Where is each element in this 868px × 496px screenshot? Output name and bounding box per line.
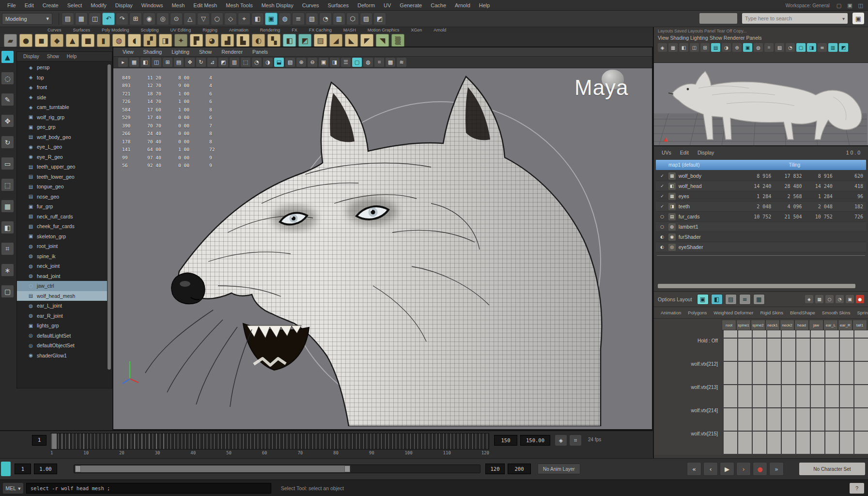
outliner-item[interactable]: ◍ root_joint	[17, 241, 107, 251]
toolbox-icon[interactable]: ⬚	[1, 178, 14, 191]
shelf-tool-icon[interactable]: ▒	[391, 34, 404, 47]
shelf-tool-icon[interactable]: ◕	[205, 34, 218, 47]
viewport-toggle-icon[interactable]: ◑	[263, 58, 273, 67]
editor-mode-button[interactable]: ▤	[725, 294, 737, 305]
panel-toggle-icon[interactable]: ⊞	[700, 43, 710, 52]
chevron-down-icon[interactable]: ▾	[842, 16, 845, 21]
shelf-tool-icon[interactable]: ◢	[329, 34, 342, 47]
shelf-tool-icon[interactable]: ▰	[4, 34, 17, 47]
panel-toggle-icon[interactable]: ◩	[839, 43, 848, 52]
panel-toggle-icon[interactable]: ▦	[668, 43, 678, 52]
model-preview-viewport[interactable]: ▲	[654, 63, 868, 146]
panel-toggle-icon[interactable]: ⊕	[732, 43, 742, 52]
shelf-tool-icon[interactable]: ◣	[345, 34, 358, 47]
outliner-item[interactable]: ▣ geo_grp	[17, 122, 107, 132]
outliner-item[interactable]: ◍ neck_joint	[17, 261, 107, 271]
shelf-tab[interactable]: Rigging	[198, 27, 222, 33]
status-tool-icon[interactable]: ◍	[279, 13, 291, 25]
outliner-item[interactable]: ◈ side	[17, 93, 107, 103]
shelf-tool-icon[interactable]: ◖	[128, 34, 141, 47]
editor-option-icon[interactable]: ▣	[846, 295, 854, 303]
toolbox-icon[interactable]: ∗	[1, 264, 14, 277]
toolbox-icon[interactable]: ✥	[1, 114, 14, 127]
table-row[interactable]: ○ ◍ lambert1	[656, 222, 866, 232]
outliner-item[interactable]: ◈ persp	[17, 62, 107, 73]
menu-item[interactable]: Edit	[20, 0, 38, 11]
help-button[interactable]: ?	[850, 483, 864, 494]
toolbar-menus[interactable]: Options Layout	[658, 296, 692, 302]
character-set-button[interactable]: No Character Set	[799, 463, 865, 475]
panel-toggle-icon[interactable]: ▧	[775, 43, 784, 52]
viewport-toggle-icon[interactable]: ◔	[252, 58, 262, 67]
status-tool-icon[interactable]: ◫	[89, 13, 101, 25]
menu-item[interactable]: Mesh Tools	[221, 0, 257, 11]
viewport-toggle-icon[interactable]: ◍	[363, 58, 373, 67]
editor-option-icon[interactable]: ◈	[805, 295, 813, 303]
shelf-tool-icon[interactable]: ✦	[174, 34, 187, 47]
snapshot-button[interactable]	[699, 13, 737, 24]
current-character-field[interactable]	[32, 435, 46, 446]
menu-item[interactable]: Display	[111, 0, 137, 11]
status-tool-icon[interactable]: ▽	[197, 13, 210, 25]
status-tool-icon[interactable]: ▤	[62, 13, 74, 25]
viewport-toggle-icon[interactable]: ⊕	[296, 58, 306, 67]
viewport-toggle-icon[interactable]: ▸	[118, 58, 128, 67]
shelf-tool-icon[interactable]: ■	[81, 34, 94, 47]
panel-toggle-icon[interactable]: ◈	[658, 43, 667, 52]
menu-item[interactable]: Deform	[353, 0, 379, 11]
playback-option-icon[interactable]: ◈	[555, 435, 567, 446]
outliner-item[interactable]: ◎ defaultLightSet	[17, 331, 107, 341]
viewport-toggle-icon[interactable]: ↻	[196, 58, 206, 67]
shelf-tool-icon[interactable]: ▙	[236, 34, 249, 47]
joint-column-header[interactable]: jaw	[809, 320, 823, 330]
transport-button[interactable]: ‹	[703, 462, 718, 476]
status-tool-icon[interactable]: ↷	[116, 13, 128, 25]
outliner-menu-item[interactable]: Display	[20, 52, 43, 61]
joint-column-header[interactable]: ear_R	[838, 320, 852, 330]
viewport-toggle-icon[interactable]: ⬓	[274, 58, 284, 67]
editor-mode-button[interactable]: ▦	[753, 294, 765, 305]
outliner-item[interactable]: ▣ wolf_rig_grp	[17, 112, 107, 123]
status-tool-icon[interactable]: ◎	[156, 13, 169, 25]
joint-column-header[interactable]: neck1	[765, 320, 780, 330]
shelf-tab[interactable]: Surfaces	[68, 27, 95, 33]
panel-toggle-icon[interactable]: ▥	[828, 43, 837, 52]
menu-item[interactable]: Windows	[137, 0, 168, 11]
editor-mode-button[interactable]: ◧	[711, 294, 723, 305]
editor-mode-button[interactable]: ≡	[739, 294, 751, 305]
status-tool-icon[interactable]: ◩	[373, 13, 386, 25]
perspective-viewport[interactable]: ViewShadingLightingShowRendererPanels ▸▦…	[112, 46, 653, 430]
shelf-tool-icon[interactable]: ◧	[283, 34, 296, 47]
shelf-tab[interactable]: MASH	[339, 27, 361, 33]
viewport-menu-item[interactable]: Panels	[248, 47, 272, 56]
viewport-toggle-icon[interactable]: ✥	[185, 58, 195, 67]
shelf-tab[interactable]: FX	[287, 27, 302, 33]
lock-icon[interactable]: ●	[856, 295, 864, 303]
toolbox-icon[interactable]: ▲	[1, 50, 14, 63]
status-tool-icon[interactable]: ⬡	[346, 13, 359, 25]
viewport-toggle-icon[interactable]: ▥	[230, 58, 239, 67]
transport-button[interactable]: ●	[753, 462, 767, 476]
viewport-toggle-icon[interactable]: ⊿	[207, 58, 217, 67]
panel-toggle-icon[interactable]: ◔	[786, 43, 795, 52]
table-row[interactable]: ✓ ◧ wolf_head 14 240 28 480 14 240 418	[656, 181, 866, 191]
transport-button[interactable]: »	[769, 462, 784, 476]
toolbox-icon[interactable]: ◌	[1, 72, 14, 85]
editor-option-icon[interactable]: ▦	[815, 295, 823, 303]
editor-tab[interactable]: Rigid Skins	[758, 310, 787, 315]
shelf-tool-icon[interactable]: ◍	[112, 34, 125, 47]
visibility-icon[interactable]: ○	[659, 224, 666, 229]
editor-option-icon[interactable]: ◔	[836, 295, 844, 303]
transport-button[interactable]: ▶	[720, 462, 734, 476]
viewport-menu-item[interactable]: View	[118, 47, 138, 56]
menu-item[interactable]: Edit Mesh	[189, 0, 221, 11]
selected-set-row[interactable]: map1 (default) Tiling	[656, 160, 866, 170]
status-tool-icon[interactable]: ◧	[251, 13, 264, 25]
outliner-scrollbar[interactable]	[108, 64, 111, 370]
panel-toggle-icon[interactable]: ◑	[722, 43, 731, 52]
outliner-item[interactable]: ▤ wolf_head_mesh	[17, 291, 107, 301]
shelf-tool-icon[interactable]: ◥	[376, 34, 389, 47]
visibility-icon[interactable]: ✓	[659, 173, 666, 178]
panel-toggle-icon[interactable]: ▢	[796, 43, 806, 52]
panel-toggle-icon[interactable]: ◍	[754, 43, 763, 52]
